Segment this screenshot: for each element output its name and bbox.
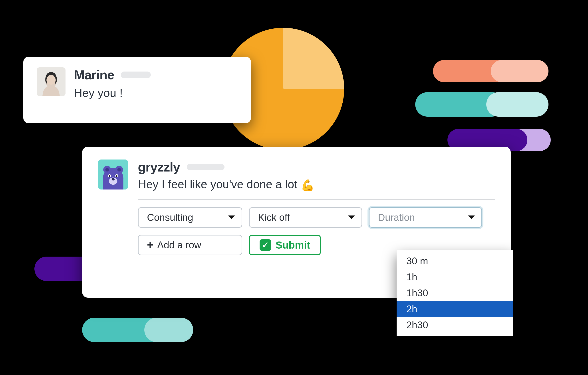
message-text: Hey you ! (74, 86, 151, 99)
pie-chart-decor-slice (283, 28, 344, 89)
bear-icon (98, 160, 128, 190)
duration-option[interactable]: 1h (397, 269, 513, 285)
avatar (37, 67, 65, 96)
timestamp-placeholder (121, 72, 151, 78)
person-icon (37, 67, 65, 96)
svg-point-12 (116, 175, 117, 177)
timestamp-placeholder (187, 164, 224, 170)
submit-button[interactable]: ✓ Submit (249, 235, 321, 255)
project-select-value: Consulting (147, 212, 193, 223)
duration-select[interactable]: Duration (369, 207, 482, 228)
svg-point-14 (112, 178, 115, 181)
chevron-down-icon (468, 215, 475, 220)
sender-name: gryzzly (138, 160, 180, 174)
duration-option[interactable]: 1h30 (397, 285, 513, 301)
svg-point-8 (117, 168, 121, 171)
divider (138, 199, 495, 200)
decor-pill (144, 318, 193, 342)
decor-pill (491, 60, 548, 82)
sender-name: Marine (74, 67, 114, 82)
chevron-down-icon (348, 215, 355, 220)
message-text: Hey I feel like you've done a lot 💪 (138, 178, 495, 192)
plus-icon: + (147, 240, 153, 250)
duration-option[interactable]: 2h30 (397, 317, 513, 333)
message-card-marine: Marine Hey you ! (23, 57, 251, 123)
project-select[interactable]: Consulting (138, 207, 242, 228)
duration-option[interactable]: 2h (397, 301, 513, 317)
svg-point-11 (109, 175, 110, 177)
decor-pill (486, 92, 548, 117)
task-select-value: Kick off (258, 212, 290, 223)
flex-emoji-icon: 💪 (301, 179, 315, 192)
message-text-span: Hey I feel like you've done a lot (138, 178, 301, 191)
avatar (98, 160, 128, 190)
svg-point-1 (46, 75, 56, 85)
check-icon: ✓ (260, 239, 271, 251)
submit-label: Submit (276, 239, 310, 251)
add-row-label: Add a row (157, 239, 201, 251)
duration-option[interactable]: 30 m (397, 253, 513, 269)
duration-dropdown-menu: 30 m1h1h302h2h30 (397, 250, 513, 336)
svg-point-7 (105, 168, 109, 171)
add-row-button[interactable]: + Add a row (138, 235, 242, 255)
task-select[interactable]: Kick off (249, 207, 362, 228)
duration-select-placeholder: Duration (378, 212, 415, 223)
chevron-down-icon (228, 215, 235, 220)
